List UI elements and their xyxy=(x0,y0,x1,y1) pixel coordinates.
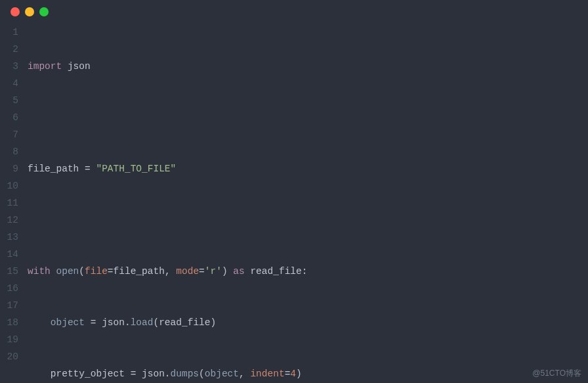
close-icon[interactable] xyxy=(10,7,20,16)
operator: = xyxy=(108,266,114,277)
line-number: 9 xyxy=(0,160,18,177)
paren: ) xyxy=(222,266,228,277)
code-editor[interactable]: 1 2 3 4 5 6 7 8 9 10 11 12 13 14 15 16 1… xyxy=(0,24,588,383)
line-number: 19 xyxy=(0,331,18,348)
identifier: object xyxy=(205,369,239,379)
line-number: 15 xyxy=(0,263,18,280)
keyword-import: import xyxy=(28,61,62,72)
comma: , xyxy=(165,266,176,277)
code-line: object = json.load(read_file) xyxy=(28,314,588,331)
window-titlebar xyxy=(0,0,588,24)
kwarg-indent: indent xyxy=(250,369,284,379)
identifier: file_path xyxy=(28,164,79,174)
kwarg-mode: mode xyxy=(176,266,199,277)
number-literal: 4 xyxy=(290,369,296,379)
line-number: 10 xyxy=(0,177,18,194)
paren: ( xyxy=(79,266,85,277)
code-line: with open(file=file_path, mode='r') as r… xyxy=(28,263,588,280)
line-number: 8 xyxy=(0,143,18,160)
identifier: read_file xyxy=(250,266,301,277)
line-number-gutter: 1 2 3 4 5 6 7 8 9 10 11 12 13 14 15 16 1… xyxy=(0,24,28,383)
module-name: json xyxy=(68,61,91,72)
line-number: 3 xyxy=(0,58,18,75)
line-number: 6 xyxy=(0,109,18,126)
line-number: 11 xyxy=(0,194,18,212)
editor-window: 1 2 3 4 5 6 7 8 9 10 11 12 13 14 15 16 1… xyxy=(0,0,588,383)
string-literal: 'r' xyxy=(205,266,222,277)
line-number: 18 xyxy=(0,314,18,331)
line-number: 20 xyxy=(0,348,18,365)
line-number: 16 xyxy=(0,280,18,297)
dot: . xyxy=(125,317,131,328)
line-number: 7 xyxy=(0,126,18,143)
keyword-as: as xyxy=(233,266,244,277)
line-number: 4 xyxy=(0,75,18,92)
code-line: import json xyxy=(28,58,588,75)
zoom-icon[interactable] xyxy=(39,7,49,16)
indent xyxy=(28,369,51,379)
paren: ) xyxy=(296,369,302,379)
identifier: pretty_object xyxy=(51,369,125,379)
code-area[interactable]: import json file_path = "PATH_TO_FILE" w… xyxy=(28,24,588,383)
method-load: load xyxy=(131,317,154,328)
code-line xyxy=(28,212,588,229)
dot: . xyxy=(165,369,171,379)
colon: : xyxy=(302,266,308,277)
line-number: 1 xyxy=(0,24,18,41)
indent xyxy=(28,317,51,328)
code-line xyxy=(28,109,588,126)
builtin-open: open xyxy=(56,266,79,277)
paren: ( xyxy=(153,317,159,328)
line-number: 12 xyxy=(0,212,18,229)
identifier: file_path xyxy=(114,266,165,277)
operator: = xyxy=(125,369,142,379)
paren: ) xyxy=(211,317,217,328)
identifier: json xyxy=(142,369,165,379)
line-number: 5 xyxy=(0,92,18,109)
method-dumps: dumps xyxy=(171,369,200,379)
code-line: file_path = "PATH_TO_FILE" xyxy=(28,160,588,177)
line-number: 14 xyxy=(0,246,18,263)
line-number: 17 xyxy=(0,297,18,314)
line-number: 2 xyxy=(0,41,18,58)
identifier: read_file xyxy=(159,317,210,328)
watermark-text: @51CTO博客 xyxy=(532,368,581,379)
line-number: 13 xyxy=(0,229,18,246)
code-line: pretty_object = json.dumps(object, inden… xyxy=(28,365,588,382)
operator: = xyxy=(85,317,102,328)
keyword-with: with xyxy=(28,266,51,277)
minimize-icon[interactable] xyxy=(25,7,34,16)
kwarg-file: file xyxy=(85,266,108,277)
identifier: object xyxy=(51,317,85,328)
paren: ( xyxy=(199,369,205,379)
operator: = xyxy=(79,164,96,174)
string-literal: "PATH_TO_FILE" xyxy=(96,164,176,174)
identifier: json xyxy=(102,317,125,328)
comma: , xyxy=(239,369,250,379)
operator: = xyxy=(199,266,205,277)
